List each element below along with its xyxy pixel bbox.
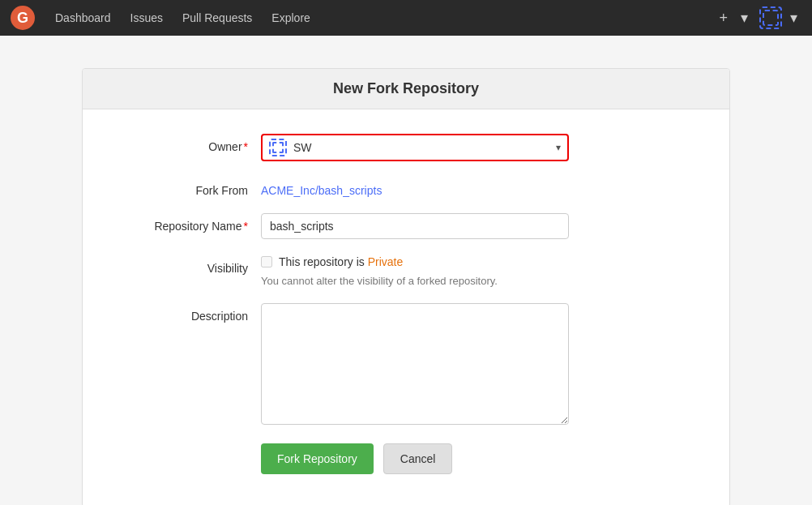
form-actions: Fork Repository Cancel xyxy=(115,443,697,474)
form-body: Owner* SW ▾ Fork From xyxy=(83,109,729,505)
description-row: Description xyxy=(115,303,697,427)
repo-name-control xyxy=(261,213,697,239)
owner-select-wrapper[interactable]: SW ▾ xyxy=(261,134,569,161)
repo-name-label: Repository Name* xyxy=(115,213,261,233)
description-textarea[interactable] xyxy=(261,303,569,425)
form-header: New Fork Repository xyxy=(83,69,729,109)
description-control xyxy=(261,303,697,427)
user-avatar-icon xyxy=(763,10,779,26)
issues-link[interactable]: Issues xyxy=(121,0,173,36)
visibility-checkbox[interactable] xyxy=(261,256,272,267)
app-logo[interactable]: G xyxy=(10,5,36,31)
form-title: New Fork Repository xyxy=(99,80,713,97)
pull-requests-link[interactable]: Pull Requests xyxy=(173,0,262,36)
svg-text:G: G xyxy=(17,10,28,26)
form-card: New Fork Repository Owner* SW ▾ xyxy=(82,68,730,505)
page-wrapper: New Fork Repository Owner* SW ▾ xyxy=(0,36,812,505)
visibility-check-row: This repository is Private xyxy=(261,255,403,268)
owner-select[interactable]: SW xyxy=(293,141,553,154)
cancel-button[interactable]: Cancel xyxy=(383,443,453,474)
dashboard-link[interactable]: Dashboard xyxy=(45,0,121,36)
visibility-label: Visibility xyxy=(115,255,261,275)
user-dropdown-button[interactable]: ▾ xyxy=(785,7,802,28)
visibility-check-label: This repository is Private xyxy=(279,255,403,268)
visibility-status: Private xyxy=(368,255,404,268)
visibility-note: You cannot alter the visibility of a for… xyxy=(261,275,498,287)
navbar-actions: + ▾ ▾ xyxy=(714,6,802,29)
visibility-row: Visibility This repository is Private Yo… xyxy=(115,255,697,287)
owner-row: Owner* SW ▾ xyxy=(115,134,697,161)
owner-avatar-icon xyxy=(269,139,287,156)
fork-from-link[interactable]: ACME_Inc/bash_scripts xyxy=(261,178,382,197)
repo-name-row: Repository Name* xyxy=(115,213,697,239)
add-button[interactable]: + xyxy=(714,7,733,28)
explore-link[interactable]: Explore xyxy=(262,0,319,36)
fork-repository-button[interactable]: Fork Repository xyxy=(261,443,374,474)
owner-label: Owner* xyxy=(115,134,261,153)
owner-chevron-icon: ▾ xyxy=(556,142,561,153)
user-avatar-button[interactable] xyxy=(759,6,782,29)
owner-control: SW ▾ xyxy=(261,134,697,161)
description-label: Description xyxy=(115,303,261,323)
navbar: G Dashboard Issues Pull Requests Explore… xyxy=(0,0,812,36)
fork-from-label: Fork From xyxy=(115,178,261,197)
fork-from-row: Fork From ACME_Inc/bash_scripts xyxy=(115,178,697,197)
repo-name-input[interactable] xyxy=(261,213,569,239)
visibility-control: This repository is Private You cannot al… xyxy=(261,255,697,287)
add-dropdown-button[interactable]: ▾ xyxy=(736,7,753,28)
fork-from-control: ACME_Inc/bash_scripts xyxy=(261,178,697,197)
